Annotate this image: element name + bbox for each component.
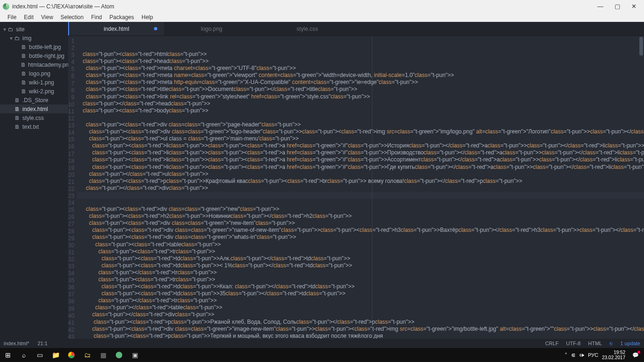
- window-controls: — ▢ ✕: [597, 3, 644, 10]
- windows-taskbar: ⊞ ⌕ ▭ 📁 🗂 ▦ ▣ ˄ ⋐ 🕪 РУС 19:52 23.02.2017…: [0, 348, 644, 362]
- taskbar-app-atom[interactable]: [111, 348, 127, 362]
- tray-language[interactable]: РУС: [588, 352, 598, 358]
- system-tray: ˄ ⋐ 🕪 РУС 19:52 23.02.2017 💬: [565, 348, 644, 362]
- file-icon: 🗎: [14, 115, 21, 121]
- taskbar-app[interactable]: ▦: [95, 348, 111, 362]
- tab-bar: index.html logo.png style.css: [68, 22, 644, 36]
- window-title: index.html — C:\ЛЕХА\атом\site — Atom: [12, 3, 114, 10]
- chevron-down-icon: ▾: [8, 35, 14, 42]
- tree-item[interactable]: 🗎text.txt: [0, 122, 68, 131]
- atom-logo-icon: [3, 3, 9, 10]
- file-icon: 🗎: [21, 88, 27, 95]
- tree-item[interactable]: 🗎wiki-1.png: [0, 78, 68, 87]
- code-content[interactable]: class="t-pun"><class="t-red">htmlclass="…: [77, 36, 644, 339]
- file-icon: 🗎: [14, 97, 21, 104]
- file-tree[interactable]: ▾ 🗀 site ▾ 🗀 img 🗎bottle-left.jpg 🗎bottl…: [0, 22, 68, 339]
- close-button[interactable]: ✕: [631, 3, 637, 10]
- status-updates[interactable]: 1 update: [620, 341, 640, 346]
- status-bar: index.html* 21:1 CRLF UTF-8 HTML ⎋ 1 upd…: [0, 339, 644, 348]
- menu-file[interactable]: File: [5, 14, 19, 21]
- menu-find[interactable]: Find: [88, 14, 105, 21]
- tree-item[interactable]: 🗎htmlacademy.png: [0, 60, 68, 69]
- tree-root[interactable]: ▾ 🗀 site: [0, 25, 68, 34]
- status-language[interactable]: HTML: [588, 341, 602, 346]
- start-button[interactable]: ⊞: [0, 348, 16, 362]
- chevron-down-icon: ▾: [2, 26, 7, 33]
- tab-label: index.html: [104, 26, 129, 32]
- file-icon: 🗎: [21, 70, 27, 77]
- modified-dot-icon: [154, 27, 157, 30]
- workspace: ▾ 🗀 site ▾ 🗀 img 🗎bottle-left.jpg 🗎bottl…: [0, 22, 644, 339]
- tray-chevron-up-icon[interactable]: ˄: [565, 352, 567, 358]
- tree-folder-img[interactable]: ▾ 🗀 img: [0, 34, 68, 42]
- tree-item[interactable]: 🗎.DS_Store: [0, 96, 68, 104]
- status-eol[interactable]: CRLF: [545, 341, 559, 346]
- menu-packages[interactable]: Packages: [107, 14, 137, 21]
- taskbar-app[interactable]: 📁: [48, 348, 63, 362]
- tree-item[interactable]: 🗎logo.png: [0, 69, 68, 78]
- editor-area: index.html logo.png style.css 1234567891…: [68, 22, 644, 339]
- tray-clock[interactable]: 19:52 23.02.2017: [602, 350, 625, 360]
- menu-selection[interactable]: Selection: [58, 14, 86, 21]
- app-menubar: File Edit View Selection Find Packages H…: [0, 13, 644, 22]
- tree-label: img: [22, 35, 31, 42]
- tree-item[interactable]: 🗎bottle-right.jpg: [0, 51, 68, 60]
- tray-wifi-icon[interactable]: ⋐: [571, 352, 575, 358]
- tab-label: style.css: [296, 26, 318, 32]
- vertical-scrollbar[interactable]: [638, 36, 644, 339]
- editor-body[interactable]: 1234567891011121314151617181920212223242…: [68, 36, 644, 339]
- tree-item[interactable]: 🗎bottle-left.jpg: [0, 42, 68, 51]
- wrap-guide: [372, 36, 372, 339]
- tree-item[interactable]: 🗎style.css: [0, 113, 68, 122]
- file-icon: 🗎: [21, 53, 27, 59]
- file-icon: 🗎: [21, 62, 26, 68]
- menu-help[interactable]: Help: [139, 14, 156, 21]
- tree-item-selected[interactable]: 🗎index.html: [0, 104, 68, 113]
- tab-label: logo.png: [201, 26, 222, 32]
- tab-style-css[interactable]: style.css: [259, 22, 355, 35]
- search-icon[interactable]: ⌕: [16, 348, 32, 362]
- menu-edit[interactable]: Edit: [21, 14, 36, 21]
- taskbar-app-explorer[interactable]: 🗂: [79, 348, 95, 362]
- scrollbar-thumb[interactable]: [639, 37, 643, 56]
- status-encoding[interactable]: UTF-8: [566, 341, 581, 346]
- tab-index-html[interactable]: index.html: [68, 22, 164, 35]
- minimize-button[interactable]: —: [597, 3, 603, 10]
- tree-label: site: [16, 26, 25, 33]
- tab-logo-png[interactable]: logo.png: [164, 22, 259, 35]
- file-icon: 🗎: [21, 44, 27, 50]
- folder-icon: 🗀: [7, 26, 14, 33]
- tree-item[interactable]: 🗎wiki-2.png: [0, 87, 68, 96]
- status-file[interactable]: index.html*: [4, 341, 29, 346]
- taskbar-app-chrome[interactable]: [63, 348, 79, 362]
- folder-icon: 🗀: [14, 35, 21, 42]
- status-cursor-pos[interactable]: 21:1: [37, 341, 47, 346]
- taskbar-app-terminal[interactable]: ▣: [127, 348, 143, 362]
- tray-sound-icon[interactable]: 🕪: [579, 352, 584, 358]
- file-icon: 🗎: [21, 79, 27, 86]
- line-gutter: 1234567891011121314151617181920212223242…: [68, 36, 77, 339]
- file-icon: 🗎: [14, 106, 21, 112]
- window-titlebar: index.html — C:\ЛЕХА\атом\site — Atom — …: [0, 0, 644, 13]
- maximize-button[interactable]: ▢: [615, 3, 620, 10]
- squirrel-icon[interactable]: ⎋: [609, 341, 613, 346]
- file-icon: 🗎: [14, 124, 21, 130]
- task-view-icon[interactable]: ▭: [32, 348, 48, 362]
- menu-view[interactable]: View: [38, 14, 56, 21]
- notification-center-icon[interactable]: 💬: [629, 348, 642, 362]
